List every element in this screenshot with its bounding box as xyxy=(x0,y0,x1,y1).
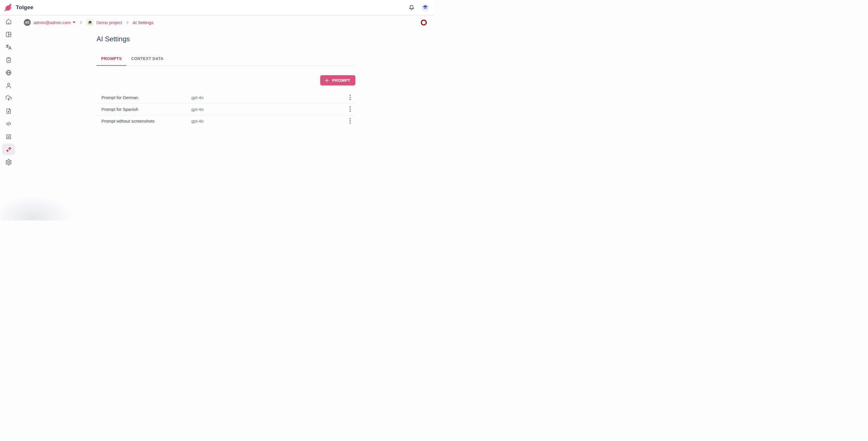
dashboard-layout-icon xyxy=(5,31,12,38)
sidebar-item-members[interactable] xyxy=(2,80,15,91)
app-title: Tolgee xyxy=(16,4,33,11)
cheese-project-icon xyxy=(87,20,92,25)
plus-icon xyxy=(324,78,330,83)
prompt-model: gpt-4o xyxy=(191,95,344,100)
sidebar-item-languages[interactable] xyxy=(2,67,15,78)
prompt-menu-button[interactable] xyxy=(345,92,355,102)
kebab-menu-icon xyxy=(349,97,351,98)
sparkles-ai-icon xyxy=(5,146,12,153)
prompt-row[interactable]: Prompt for German gpt-4o xyxy=(96,92,355,103)
sidebar-item-tasks[interactable] xyxy=(2,54,15,66)
page-title: AI Settings xyxy=(96,34,355,44)
kebab-menu-icon xyxy=(349,108,351,110)
sidebar xyxy=(0,15,17,220)
laptop-check-icon xyxy=(5,133,12,140)
project-avatar[interactable] xyxy=(86,19,94,26)
sidebar-item-home[interactable] xyxy=(2,16,15,27)
sidebar-item-translations[interactable] xyxy=(2,41,15,53)
breadcrumb-separator xyxy=(79,21,83,25)
sidebar-item-developer[interactable] xyxy=(2,118,15,129)
sidebar-item-import[interactable] xyxy=(2,92,15,104)
breadcrumb-current-page: AI Settings xyxy=(133,20,154,25)
breadcrumb-separator xyxy=(125,21,129,25)
add-prompt-button[interactable]: PROMPT xyxy=(320,75,355,85)
sidebar-item-dashboard[interactable] xyxy=(2,29,15,40)
prompt-list: Prompt for German gpt-4o Prompt for Span… xyxy=(96,92,355,127)
home-icon xyxy=(5,18,12,25)
sidebar-item-settings[interactable] xyxy=(2,156,15,168)
sidebar-item-export[interactable] xyxy=(2,105,15,117)
tab-prompts[interactable]: PROMPTS xyxy=(96,52,126,65)
prompt-name: Prompt for German xyxy=(101,95,191,100)
file-download-icon xyxy=(5,108,12,115)
prompt-model: gpt-4o xyxy=(191,107,344,112)
tolgee-mouse-icon xyxy=(4,3,13,12)
identicon-avatar xyxy=(423,5,427,10)
bell-icon xyxy=(408,4,415,11)
tolgee-logo[interactable]: Tolgee xyxy=(0,3,33,12)
sidebar-item-integrate[interactable] xyxy=(2,131,15,143)
code-icon xyxy=(5,120,12,127)
cloud-upload-icon xyxy=(5,95,12,102)
chevron-right-icon xyxy=(125,21,129,25)
breadcrumb-user-email: admin@admin.com xyxy=(34,20,71,25)
breadcrumb: AD admin@admin.com Demo project AI Setti… xyxy=(24,19,153,26)
prompt-name: Prompt for Spanish xyxy=(101,107,191,112)
caret-down-icon xyxy=(73,22,75,23)
prompt-menu-button[interactable] xyxy=(345,116,355,126)
topbar: Tolgee xyxy=(0,0,434,15)
breadcrumb-project-name: Demo project xyxy=(96,20,122,25)
usage-ring-indicator[interactable] xyxy=(421,20,427,26)
user-initials-avatar[interactable]: AD xyxy=(24,19,31,26)
globe-icon xyxy=(5,69,12,76)
prompt-menu-button[interactable] xyxy=(345,104,355,114)
breadcrumb-user[interactable]: admin@admin.com xyxy=(34,20,75,25)
kebab-menu-icon xyxy=(349,120,351,121)
prompt-name: Prompt without screenshots xyxy=(101,119,191,123)
toolbar: PROMPT xyxy=(96,75,355,85)
clipboard-check-icon xyxy=(5,57,12,63)
tab-context-data[interactable]: CONTEXT DATA xyxy=(126,52,168,65)
sidebar-item-ai[interactable] xyxy=(2,144,15,155)
translate-languages-icon xyxy=(5,44,12,51)
prompt-row[interactable]: Prompt without screenshots gpt-4o xyxy=(96,115,355,127)
user-avatar-button[interactable] xyxy=(421,4,429,11)
breadcrumb-project[interactable]: Demo project xyxy=(96,20,122,25)
notifications-button[interactable] xyxy=(406,2,417,13)
chevron-right-icon xyxy=(79,21,83,25)
prompt-model: gpt-4o xyxy=(191,119,344,123)
prompt-row[interactable]: Prompt for Spanish gpt-4o xyxy=(96,103,355,115)
breadcrumb-row: AD admin@admin.com Demo project AI Setti… xyxy=(17,15,434,30)
gear-icon xyxy=(5,159,12,166)
tabs: PROMPTS CONTEXT DATA xyxy=(96,52,355,66)
user-icon xyxy=(5,82,12,89)
add-prompt-button-label: PROMPT xyxy=(332,78,351,83)
main-content: AI Settings PROMPTS CONTEXT DATA PROMPT … xyxy=(96,30,355,127)
